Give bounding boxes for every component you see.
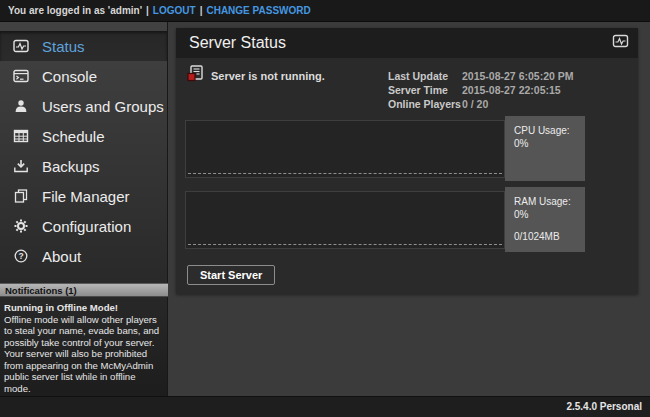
gear-icon	[13, 218, 29, 234]
server-stopped-icon	[187, 65, 204, 86]
status-pulse-icon	[13, 38, 29, 54]
notification-body: Running in Offline Mode! Offline mode wi…	[0, 302, 168, 394]
info-label: Last Update	[388, 69, 462, 83]
topbar: You are logged in as 'admin'|LOGOUT|CHAN…	[0, 0, 650, 22]
notification-text: Offline mode will allow other players to…	[4, 314, 164, 395]
sidebar-item-label: About	[42, 248, 81, 265]
version-text: 2.5.4.0 Personal	[566, 401, 642, 412]
console-window-icon	[13, 68, 29, 84]
logout-link[interactable]: LOGOUT	[153, 5, 196, 16]
ram-usage-stat: RAM Usage: 0% 0/1024MB	[505, 187, 585, 252]
cpu-usage-label: CPU Usage:	[514, 124, 581, 137]
main-area: Server Status Server is not running. Las…	[168, 22, 650, 396]
sidebar-item-console[interactable]: Console	[0, 61, 167, 91]
sidebar-item-label: Status	[42, 38, 85, 55]
sidebar-item-status[interactable]: Status	[0, 31, 167, 61]
logged-in-text: You are logged in as 'admin'	[8, 5, 142, 16]
question-circle-icon: ?	[13, 248, 29, 264]
sidebar-item-label: Configuration	[42, 218, 131, 235]
info-value: 2015-08-27 22:05:15	[462, 83, 561, 97]
sidebar-item-file-manager[interactable]: File Manager	[0, 181, 167, 211]
server-state-row: Server is not running.	[187, 65, 325, 86]
separator: |	[146, 5, 149, 16]
cpu-usage-graph	[185, 120, 505, 178]
ram-usage-detail: 0/1024MB	[514, 230, 581, 243]
sidebar: Status Console Users and Groups Schedule	[0, 22, 168, 396]
calendar-grid-icon	[13, 128, 29, 144]
sidebar-item-label: File Manager	[42, 188, 130, 205]
ram-usage-label: RAM Usage:	[514, 195, 581, 208]
sidebar-item-users-and-groups[interactable]: Users and Groups	[0, 91, 167, 121]
pages-icon	[13, 188, 29, 204]
sidebar-item-about[interactable]: ? About	[0, 241, 167, 271]
separator: |	[200, 5, 203, 16]
cpu-usage-value: 0%	[514, 137, 581, 150]
info-label: Online Players	[388, 97, 462, 111]
ram-usage-graph	[185, 191, 505, 249]
sidebar-item-label: Users and Groups	[42, 98, 164, 115]
sidebar-item-configuration[interactable]: Configuration	[0, 211, 167, 241]
sidebar-item-label: Backups	[42, 158, 100, 175]
download-tray-icon	[13, 158, 29, 174]
graph-baseline	[188, 173, 502, 174]
cpu-usage-stat: CPU Usage: 0%	[505, 116, 585, 181]
sidebar-nav: Status Console Users and Groups Schedule	[0, 22, 167, 271]
sidebar-item-label: Schedule	[42, 128, 105, 145]
graph-baseline	[188, 244, 502, 245]
info-row-last-update: Last Update 2015-08-27 6:05:20 PM	[388, 69, 574, 83]
sidebar-item-schedule[interactable]: Schedule	[0, 121, 167, 151]
ram-usage-value: 0%	[514, 208, 581, 221]
panel-header: Server Status	[176, 28, 638, 58]
sidebar-item-backups[interactable]: Backups	[0, 151, 167, 181]
info-label: Server Time	[388, 83, 462, 97]
sidebar-item-label: Console	[42, 68, 97, 85]
server-state-text: Server is not running.	[211, 70, 325, 82]
server-status-panel: Server Status Server is not running. Las…	[176, 28, 638, 294]
status-pulse-icon	[612, 34, 629, 52]
user-icon	[13, 98, 29, 114]
info-value: 2015-08-27 6:05:20 PM	[462, 69, 574, 83]
server-info-block: Last Update 2015-08-27 6:05:20 PM Server…	[388, 69, 574, 111]
notification-title: Running in Offline Mode!	[4, 302, 164, 314]
start-server-button[interactable]: Start Server	[187, 265, 275, 285]
info-row-online-players: Online Players 0 / 20	[388, 97, 574, 111]
notifications-header: Notifications (1)	[0, 283, 168, 297]
svg-text:?: ?	[18, 251, 23, 261]
page-title: Server Status	[189, 34, 612, 52]
version-footer: 2.5.4.0 Personal	[0, 396, 650, 417]
change-password-link[interactable]: CHANGE PASSWORD	[206, 5, 310, 16]
info-value: 0 / 20	[462, 97, 488, 111]
info-row-server-time: Server Time 2015-08-27 22:05:15	[388, 83, 574, 97]
